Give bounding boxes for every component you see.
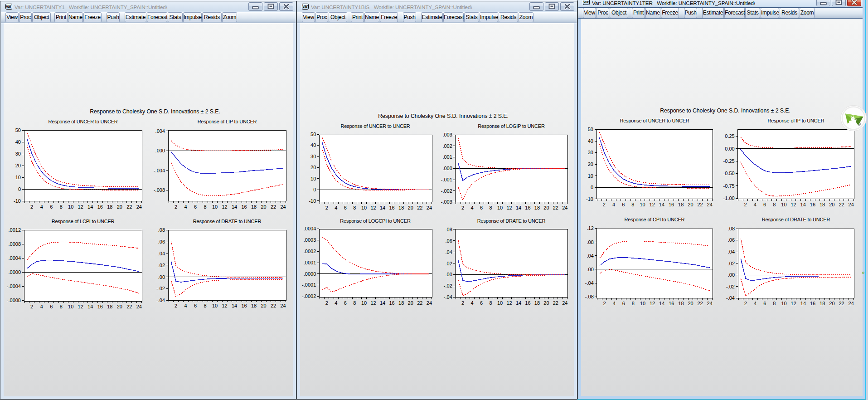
svg-text:22: 22: [553, 300, 558, 306]
svg-text:.06: .06: [446, 238, 452, 244]
svg-text:8: 8: [632, 301, 635, 306]
svg-text:22: 22: [697, 202, 703, 207]
svg-text:2: 2: [325, 205, 328, 210]
svg-text:-.0004: -.0004: [7, 283, 21, 289]
svg-text:2: 2: [461, 300, 464, 306]
svg-text:6: 6: [194, 303, 197, 308]
svg-text:-.04: -.04: [585, 280, 594, 286]
svg-text:.08: .08: [158, 227, 165, 233]
svg-text:.0008: .0008: [8, 241, 21, 247]
svg-text:0.25: 0.25: [725, 133, 734, 139]
svg-text:14: 14: [232, 204, 237, 210]
svg-text:.0000: .0000: [304, 271, 316, 277]
svg-text:.003: .003: [442, 132, 452, 137]
svg-text:16: 16: [669, 202, 674, 207]
svg-text:-.0008: -.0008: [7, 298, 21, 303]
svg-text:10: 10: [68, 304, 73, 309]
svg-text:50: 50: [588, 127, 593, 132]
svg-text:Response to Cholesky One S.D.: Response to Cholesky One S.D. Innovation…: [660, 107, 790, 114]
svg-text:14: 14: [659, 202, 664, 207]
svg-text:20: 20: [117, 304, 122, 309]
svg-text:30: 30: [15, 151, 21, 156]
svg-text:18: 18: [820, 202, 825, 207]
svg-text:10: 10: [588, 173, 593, 179]
svg-text:22: 22: [697, 301, 703, 306]
svg-text:.0004: .0004: [8, 255, 21, 261]
svg-text:20: 20: [688, 301, 693, 306]
svg-text:-.02: -.02: [156, 286, 165, 291]
svg-text:.002: .002: [442, 143, 452, 149]
svg-text:50: 50: [310, 132, 316, 137]
svg-text:.000: .000: [155, 148, 165, 153]
svg-text:8: 8: [204, 303, 207, 308]
svg-text:2: 2: [603, 301, 606, 306]
svg-text:12: 12: [370, 300, 376, 306]
svg-text:-.002: -.002: [441, 188, 452, 194]
svg-text:16: 16: [241, 204, 247, 210]
svg-text:.0001: .0001: [304, 260, 316, 265]
svg-text:-.0002: -.0002: [302, 293, 316, 299]
svg-text:10: 10: [781, 301, 786, 306]
svg-text:2: 2: [30, 204, 33, 210]
svg-text:.0003: .0003: [304, 237, 316, 243]
svg-text:Response of UNCER to UNCER: Response of UNCER to UNCER: [340, 123, 410, 129]
svg-text:18: 18: [107, 304, 112, 309]
svg-text:20: 20: [588, 161, 593, 167]
svg-text:.04: .04: [158, 251, 165, 256]
svg-text:20: 20: [310, 165, 316, 170]
svg-text:22: 22: [271, 204, 276, 210]
svg-text:4: 4: [754, 301, 756, 306]
svg-text:18: 18: [820, 301, 825, 306]
svg-text:24: 24: [562, 205, 567, 210]
svg-text:14: 14: [232, 303, 237, 308]
svg-text:20: 20: [408, 300, 413, 306]
svg-text:-0.25: -0.25: [723, 158, 735, 164]
svg-text:14: 14: [380, 205, 385, 210]
svg-text:.08: .08: [446, 227, 452, 232]
svg-text:-.04: -.04: [444, 294, 452, 300]
svg-text:6: 6: [763, 202, 766, 207]
svg-text:.000: .000: [442, 166, 452, 171]
svg-text:14: 14: [516, 205, 521, 210]
svg-text:0: 0: [313, 187, 316, 192]
svg-text:14: 14: [380, 300, 385, 306]
svg-text:-.001: -.001: [441, 177, 452, 182]
svg-text:18: 18: [678, 301, 684, 306]
svg-text:-.04: -.04: [726, 295, 735, 301]
svg-text:-.02: -.02: [444, 283, 452, 288]
svg-text:20: 20: [688, 202, 693, 207]
svg-text:6: 6: [622, 301, 625, 306]
svg-text:16: 16: [389, 205, 394, 210]
svg-text:2: 2: [175, 204, 177, 210]
svg-text:16: 16: [525, 300, 530, 306]
svg-text:12: 12: [650, 202, 655, 207]
svg-text:4: 4: [471, 300, 474, 306]
svg-text:16: 16: [97, 204, 103, 210]
svg-text:20: 20: [829, 301, 834, 306]
svg-text:8: 8: [489, 300, 492, 306]
svg-text:18: 18: [398, 205, 404, 210]
svg-text:16: 16: [97, 304, 103, 309]
svg-text:12: 12: [78, 304, 83, 309]
svg-text:24: 24: [280, 303, 286, 308]
svg-text:-.0001: -.0001: [302, 282, 316, 288]
svg-text:24: 24: [707, 301, 713, 306]
svg-text:10: 10: [640, 202, 645, 207]
svg-text:18: 18: [251, 204, 257, 210]
svg-text:Response to Cholesky One S.D.: Response to Cholesky One S.D. Innovation…: [90, 108, 220, 115]
svg-text:24: 24: [136, 204, 142, 210]
svg-text:24: 24: [280, 204, 286, 210]
svg-text:.08: .08: [587, 239, 594, 245]
svg-text:8: 8: [60, 304, 63, 309]
svg-text:10: 10: [212, 204, 218, 210]
svg-text:40: 40: [588, 138, 593, 144]
svg-text:Response of LCPI to UNCER: Response of LCPI to UNCER: [52, 219, 115, 224]
svg-text:20: 20: [261, 303, 266, 308]
svg-text:8: 8: [773, 301, 776, 306]
svg-text:14: 14: [800, 202, 806, 207]
svg-text:2: 2: [744, 301, 747, 306]
svg-text:24: 24: [707, 202, 713, 207]
svg-text:30: 30: [310, 154, 316, 159]
svg-text:30: 30: [588, 150, 593, 155]
svg-text:18: 18: [678, 202, 684, 207]
